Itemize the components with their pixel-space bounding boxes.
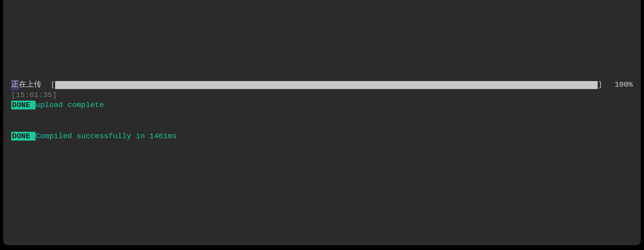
progress-bar-fill [55,81,598,89]
compiled-message: Compiled successfully in 1461ms [36,132,177,141]
timestamp-bracket-close: ] [52,91,57,99]
timestamp-line: [15:01:35] [3,90,641,101]
progress-bracket-close: ] [598,80,607,90]
compiled-line: DONE Compiled successfully in 1461ms [3,131,641,142]
terminal-window[interactable]: 正在上传 [] 100% [15:01:35] DONE upload comp… [3,0,641,245]
upload-label: 在上传 [19,80,46,90]
timestamp-value: 15:01:35 [16,91,52,99]
upload-complete-message: upload complete [36,101,104,109]
progress-percent: 100% [607,80,633,90]
upload-complete-line: DONE upload complete [3,100,641,111]
done-badge: DONE [11,101,36,109]
progress-bracket-open: [ [46,80,55,90]
upload-label-highlight: 正 [11,80,19,90]
upload-progress-line: 正在上传 [] 100% [3,80,641,90]
timestamp-bracket-open: [ [11,91,16,99]
done-badge: DONE [11,132,36,141]
blank-spacer [3,111,641,131]
